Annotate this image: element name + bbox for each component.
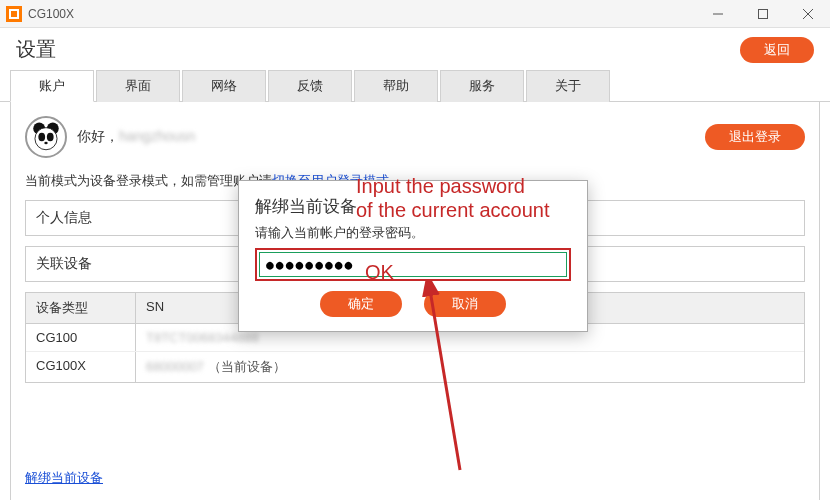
svg-point-6 [35, 128, 57, 150]
ok-button[interactable]: 确定 [320, 291, 402, 317]
cell-sn: 68000007（当前设备） [136, 352, 804, 382]
svg-point-8 [47, 133, 54, 142]
unbind-device-link[interactable]: 解绑当前设备 [25, 469, 103, 487]
svg-point-9 [44, 142, 47, 145]
minimize-button[interactable] [695, 0, 740, 28]
annotation-ok: OK [365, 261, 394, 284]
tab-service[interactable]: 服务 [440, 70, 524, 102]
svg-rect-1 [758, 9, 767, 18]
mode-prefix: 当前模式为设备登录模式，如需管理账户请 [25, 173, 272, 188]
modal-buttons: 确定 取消 [255, 291, 571, 317]
maximize-button[interactable] [740, 0, 785, 28]
tab-about[interactable]: 关于 [526, 70, 610, 102]
password-highlight-box [255, 248, 571, 281]
avatar [25, 116, 67, 158]
page-title: 设置 [16, 36, 56, 63]
titlebar: CG100X [0, 0, 830, 28]
tab-network[interactable]: 网络 [182, 70, 266, 102]
cell-type: CG100 [26, 324, 136, 351]
logout-button[interactable]: 退出登录 [705, 124, 805, 150]
window-title: CG100X [28, 7, 695, 21]
password-input[interactable] [259, 252, 567, 277]
cell-type: CG100X [26, 352, 136, 382]
hello-label: 你好， [77, 128, 119, 144]
svg-point-7 [38, 133, 45, 142]
username: hangzhousn [119, 128, 195, 144]
tab-account[interactable]: 账户 [10, 70, 94, 102]
greeting-text: 你好，hangzhousn [77, 128, 195, 146]
cancel-button[interactable]: 取消 [424, 291, 506, 317]
app-icon [6, 6, 22, 22]
current-device-tag: （当前设备） [208, 359, 286, 374]
back-button[interactable]: 返回 [740, 37, 814, 63]
annotation-password: Input the passwordof the current account [356, 174, 549, 222]
tab-ui[interactable]: 界面 [96, 70, 180, 102]
close-button[interactable] [785, 0, 830, 28]
table-row: CG100X 68000007（当前设备） [26, 352, 804, 382]
col-type-header: 设备类型 [26, 293, 136, 323]
page-header: 设置 返回 [0, 28, 830, 69]
modal-subtitle: 请输入当前帐户的登录密码。 [255, 224, 571, 242]
tabs: 账户 界面 网络 反馈 帮助 服务 关于 [0, 69, 830, 102]
tab-feedback[interactable]: 反馈 [268, 70, 352, 102]
window-controls [695, 0, 830, 28]
greeting-row: 你好，hangzhousn 退出登录 [25, 116, 805, 158]
tab-help[interactable]: 帮助 [354, 70, 438, 102]
